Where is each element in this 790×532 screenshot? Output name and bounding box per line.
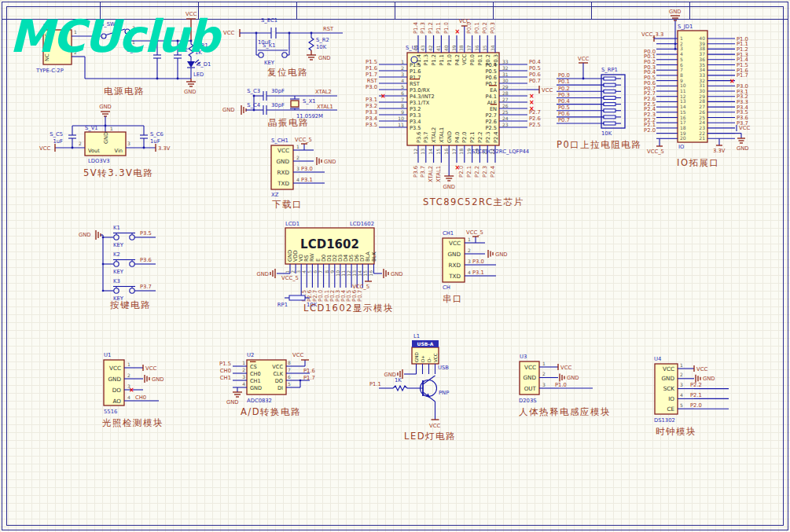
pin-number: 17 bbox=[451, 149, 457, 155]
key-row[interactable]: K1 KEY P3.5 bbox=[103, 225, 156, 248]
net-label: P3.6 bbox=[140, 257, 152, 263]
pin-number: 1 bbox=[242, 360, 245, 365]
pin-number: 5 bbox=[288, 381, 291, 387]
serial-port[interactable]: CH1 VCC 1 VCC_5 VCC_5 VCC_5 GND bbox=[427, 222, 545, 307]
net-label: P0.7 bbox=[558, 117, 570, 123]
pin-number: 3 bbox=[296, 270, 301, 273]
net-label: VCC bbox=[560, 365, 571, 371]
pin-name: GND bbox=[448, 251, 461, 258]
mcu-stc89c52[interactable]: S_U1 STC89C52RC_LQFP44 1 P1.5 P1.5 × 2 P… bbox=[352, 6, 564, 212]
pin-name: P0.6 bbox=[486, 75, 497, 81]
pin-number: 9 bbox=[329, 270, 335, 273]
pin-name: VCC bbox=[433, 353, 438, 362]
gnd-symbol: GND bbox=[145, 375, 164, 383]
pin-number: 28 bbox=[502, 90, 509, 96]
light-sensor-module[interactable]: U1 VCC 1 VCC × VCC VCC GND 2 GND bbox=[93, 344, 207, 432]
pin-name: OUT bbox=[524, 385, 537, 392]
net-label: P2.6 bbox=[529, 116, 541, 122]
vcc-label: VCC bbox=[459, 18, 470, 24]
pin-number: 40 bbox=[443, 45, 449, 51]
net-label: VCC bbox=[145, 365, 156, 372]
pin-number: 4 bbox=[242, 381, 245, 387]
pin-name: Vin bbox=[115, 148, 123, 154]
net-label: XTAL2 bbox=[315, 89, 332, 95]
pin-number: 7 bbox=[288, 367, 291, 372]
pin-name: P4.2 bbox=[454, 54, 461, 65]
net-label: P0.3 bbox=[490, 22, 496, 34]
io-expansion-port[interactable]: GND VCC_3.3 S_JD1 1 2 3 4 bbox=[641, 4, 790, 173]
lcd1602-module[interactable]: LCD1 LCD1602 LCD1602 GND 1 VDD 2 bbox=[258, 218, 403, 319]
pin-name: P0.5 bbox=[486, 68, 497, 75]
pin-number: 25 bbox=[502, 109, 509, 115]
value: 30pF bbox=[271, 102, 285, 108]
net-label: P3.0 bbox=[366, 84, 377, 90]
pin-name: P2.3 bbox=[485, 132, 491, 143]
net-label: P0.4 bbox=[529, 59, 541, 65]
net-3v3-label: 3.3V bbox=[158, 145, 171, 152]
schematic-sheet[interactable]: MCUclub S_J1 TYPE-C-2P NC NC 1 2 S_SW1 2… bbox=[0, 0, 790, 532]
pin-name: P1.6 bbox=[410, 68, 421, 75]
adc-circuit[interactable]: U2 CS 1 P1.5 CH0 2 CH0 CH1 3 CH1 GND bbox=[219, 344, 336, 423]
net-label: P0.1 bbox=[474, 22, 480, 34]
net-label: P0.5 bbox=[529, 65, 541, 72]
vcc-label: VCC bbox=[39, 145, 50, 152]
svg-text:GND: GND bbox=[152, 376, 164, 383]
caption: 人体热释电感应模块 bbox=[519, 406, 611, 417]
net-label: P0.2 bbox=[558, 86, 570, 92]
pin-number: 8 bbox=[324, 270, 329, 273]
resistor-pack-body[interactable] bbox=[601, 75, 625, 128]
pin-number: 2 bbox=[242, 367, 245, 372]
pin-name: XTAL1 bbox=[439, 127, 445, 143]
pin-number: 42 bbox=[428, 45, 433, 51]
pin-number: 2 bbox=[127, 372, 130, 378]
net-label: P2.3 bbox=[482, 166, 488, 178]
pin-number: 2 bbox=[542, 371, 546, 376]
ldo-3v3-circuit[interactable]: GND S_V1 GND Vout Vin LDO3V3 1 2 3 VCC 3… bbox=[39, 101, 220, 182]
designator: U4 bbox=[654, 356, 661, 362]
net-label: P1.5 bbox=[366, 59, 377, 65]
pin-number: 2 bbox=[401, 65, 404, 71]
pin-name: VCC bbox=[109, 365, 121, 372]
net-label: VCC_5 bbox=[647, 149, 664, 155]
gnd-label: GND bbox=[79, 232, 91, 238]
pin-number: 2 bbox=[79, 141, 82, 146]
caption: P0口上拉电阻电路 bbox=[557, 139, 641, 150]
key-row[interactable]: K2 KEY P3.6 bbox=[103, 251, 156, 275]
pin-name: GND bbox=[103, 132, 109, 144]
pir-sensor-module[interactable]: U3 VCC 1 VCC VCC VCC GND 2 GND bbox=[509, 344, 631, 423]
gnd-label: GND bbox=[391, 271, 403, 277]
clock-module[interactable]: U4 VCC 1 VCC VCC VCC GND 2 GND bbox=[643, 344, 773, 440]
net-label: P3.7 bbox=[140, 284, 152, 290]
value: 10K bbox=[316, 44, 327, 50]
pin-name: RST bbox=[410, 81, 421, 87]
pin-name: IO bbox=[668, 395, 674, 402]
part-number: LDO3V3 bbox=[88, 158, 110, 164]
pin-number: 2 bbox=[680, 372, 683, 377]
vcc-label: VCC bbox=[223, 30, 234, 36]
p0-pullup-circuit[interactable]: VCC S_RP1 10K P0.0 P0.1 P0.2 bbox=[549, 46, 655, 156]
pin-number: 6 bbox=[401, 90, 404, 96]
caption: A/D转换电路 bbox=[241, 406, 301, 417]
download-port[interactable]: S_CH1 VCC 1 VCC_5 VCC_5 VCC_5 GND bbox=[258, 132, 376, 212]
lcd-title: LCD1602 bbox=[300, 237, 359, 251]
reset-circuit[interactable]: VCC S_EC1 10uF S_K1 KEY S_R2 10K GND RST… bbox=[219, 14, 360, 80]
net-label: P2.0 bbox=[644, 127, 656, 134]
resistor bbox=[604, 96, 615, 99]
part-number: DS1302 bbox=[654, 417, 675, 424]
part-number: D203S bbox=[519, 398, 537, 404]
pin-number: 24 bbox=[502, 116, 509, 121]
pin-number: 37 bbox=[466, 45, 472, 51]
designator: S_RP1 bbox=[601, 67, 618, 73]
key-circuit[interactable]: GND K1 KEY P3.5 K2 KEY bbox=[77, 211, 207, 314]
net-label: VCC bbox=[696, 366, 707, 372]
pin-name: EA bbox=[490, 87, 497, 94]
key-row[interactable]: K3 KEY P3.7 bbox=[103, 278, 156, 302]
pin-number: 23 bbox=[502, 122, 509, 127]
pin-number: 11 bbox=[340, 270, 346, 277]
net-label: P2.7 bbox=[529, 109, 541, 116]
led-circuit[interactable]: L1 USB-A GND D+ D- VCC GND USB P1.1 1 bbox=[368, 328, 474, 445]
vcc-label: VCC bbox=[578, 56, 589, 62]
net-label: P0.7 bbox=[529, 78, 541, 84]
potentiometer bbox=[289, 295, 305, 300]
pin-number: 32 bbox=[502, 65, 509, 71]
